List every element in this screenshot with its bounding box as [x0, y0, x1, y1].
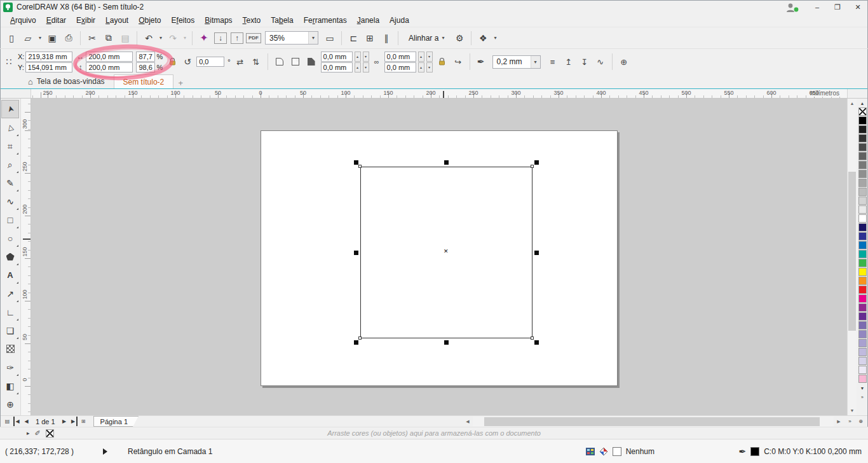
corner-node-se[interactable]: [531, 336, 534, 340]
spin-up-button[interactable]: ▴: [355, 62, 361, 73]
redo-button-dropdown[interactable]: ▾: [182, 35, 188, 41]
connector-tool[interactable]: ∟: [1, 303, 19, 321]
save-button[interactable]: ▣: [44, 31, 60, 46]
add-page-button[interactable]: ⊞: [79, 417, 88, 426]
undo-button-dropdown[interactable]: ▾: [158, 35, 164, 41]
show-rulers-button[interactable]: ⊏: [346, 31, 361, 46]
tab-document[interactable]: Sem título-2: [114, 74, 174, 88]
palette-swatch[interactable]: [858, 143, 867, 151]
chamfered-corner-button[interactable]: [305, 55, 318, 68]
menu-tabela[interactable]: Tabela: [266, 15, 298, 26]
undo-button[interactable]: ↶: [141, 31, 156, 46]
palette-swatch[interactable]: [858, 277, 867, 285]
menu-objeto[interactable]: Objeto: [133, 15, 166, 26]
document-palette-flyout[interactable]: ▸: [27, 430, 30, 436]
vertical-ruler[interactable]: 300250200150100500: [21, 99, 31, 415]
menu-layout[interactable]: Layout: [100, 15, 133, 26]
last-page-button[interactable]: ▶: [71, 417, 78, 426]
lock-ratio-button[interactable]: [166, 55, 179, 68]
palette-swatch[interactable]: [858, 134, 867, 142]
artistic-media-tool[interactable]: ∿: [1, 192, 19, 211]
palette-swatch[interactable]: [858, 223, 867, 232]
palette-swatch[interactable]: [858, 303, 867, 312]
drop-shadow-tool[interactable]: ❏: [1, 321, 19, 340]
horizontal-scrollbar[interactable]: ◀ ▶: [463, 417, 844, 427]
corner-node-nw[interactable]: [358, 165, 362, 168]
spin-down-button[interactable]: ▾: [363, 62, 369, 73]
tab-welcome[interactable]: ⌂ Tela de boas-vindas: [19, 74, 114, 88]
ruler-origin-corner[interactable]: [0, 89, 31, 98]
fullscreen-preview-button[interactable]: ▭: [322, 31, 337, 46]
application-launcher-button[interactable]: ❖: [475, 31, 491, 46]
zoom-level-combo[interactable]: 35%▾: [265, 31, 318, 45]
rotation-angle-field[interactable]: 0,0: [196, 57, 224, 67]
selection-handle-se[interactable]: [534, 340, 539, 345]
mirror-horizontal-button[interactable]: ⇄: [234, 55, 247, 68]
spin-up-button[interactable]: ▴: [418, 62, 424, 73]
object-width-field[interactable]: 200,0 mm: [86, 52, 133, 62]
show-grid-button[interactable]: ⊞: [362, 31, 377, 46]
print-button[interactable]: ⎙: [61, 31, 76, 46]
horizontal-ruler[interactable]: milímetros 25020015010050050100150200250…: [31, 89, 847, 98]
menu-ferramentas[interactable]: Ferramentas: [299, 15, 352, 26]
selection-handle-ne[interactable]: [534, 160, 539, 165]
to-back-button[interactable]: ↧: [578, 55, 591, 68]
transparency-tool[interactable]: [1, 340, 19, 358]
outline-width-combo[interactable]: 0,2 mm ▾: [492, 55, 541, 69]
snap-to-dropdown-arrow-icon[interactable]: ▾: [442, 35, 444, 41]
menu-janela[interactable]: Janela: [352, 15, 384, 26]
eyedropper-icon[interactable]: ✐: [35, 429, 41, 438]
first-page-button[interactable]: ◀: [13, 417, 20, 426]
page-list-button[interactable]: ▤: [3, 417, 12, 426]
snap-to-dropdown[interactable]: Alinhar a▾: [405, 31, 448, 45]
palette-swatch[interactable]: [858, 294, 867, 303]
link-corners-button[interactable]: ∞: [372, 55, 381, 68]
object-height-field[interactable]: 200,0 mm: [86, 62, 133, 73]
corner-radius-top-left-field[interactable]: 0,0 mm: [321, 52, 353, 62]
palette-swatch[interactable]: [858, 330, 867, 338]
palette-swatch[interactable]: [858, 375, 867, 383]
menu-texto[interactable]: Texto: [238, 15, 266, 26]
palette-expand-button[interactable]: »: [857, 392, 868, 401]
spin-up-button[interactable]: ▴: [418, 52, 424, 62]
palette-swatch[interactable]: [858, 152, 867, 160]
selection-handle-n[interactable]: [444, 160, 449, 165]
horizontal-scroll-track[interactable]: [473, 417, 834, 427]
mirror-vertical-button[interactable]: ⇅: [250, 55, 262, 68]
scroll-up-button[interactable]: ▲: [848, 99, 857, 108]
palette-swatch[interactable]: [858, 312, 867, 321]
minimize-button[interactable]: –: [807, 0, 827, 14]
options-button[interactable]: ⚙: [452, 31, 467, 46]
vertical-scrollbar[interactable]: ▲ ▼: [847, 99, 857, 415]
zoom-level-combo-arrow-icon[interactable]: ▾: [308, 32, 318, 44]
palette-scroll-up-button[interactable]: ▲: [857, 99, 868, 107]
new-tab-button[interactable]: +: [175, 77, 186, 88]
palette-swatch[interactable]: [858, 188, 867, 196]
palette-swatch[interactable]: [858, 161, 867, 169]
palette-swatch[interactable]: [858, 366, 867, 374]
open-document-button[interactable]: ▱: [20, 31, 36, 46]
palette-swatch[interactable]: [858, 116, 867, 125]
selection-center-marker[interactable]: ✕: [444, 249, 449, 254]
add-tools-button[interactable]: ⊕: [1, 395, 19, 413]
page-tab[interactable]: Página 1: [93, 416, 139, 427]
interactive-fill-tool[interactable]: ◧: [1, 377, 19, 395]
wrap-text-button[interactable]: ≡: [546, 55, 559, 68]
publish-pdf-button[interactable]: PDF: [246, 33, 261, 43]
menu-efeitos[interactable]: Efeitos: [166, 15, 200, 26]
palette-swatch[interactable]: [858, 241, 867, 249]
palette-swatch[interactable]: [858, 197, 867, 205]
scale-width-field[interactable]: 87,7: [136, 52, 155, 62]
corner-radius-bottom-right-field[interactable]: 0,0 mm: [384, 62, 416, 73]
convert-to-curves-button[interactable]: ∿: [594, 55, 607, 68]
selection-handle-sw[interactable]: [354, 340, 358, 345]
freehand-tool[interactable]: ✎: [1, 174, 19, 192]
palette-swatch[interactable]: [858, 170, 867, 178]
y-position-field[interactable]: 154,091 mm: [25, 62, 72, 73]
to-front-button[interactable]: ↥: [562, 55, 575, 68]
color-eyedropper-tool[interactable]: ✑: [1, 358, 19, 377]
palette-swatch[interactable]: [858, 259, 867, 267]
canvas[interactable]: ✕: [31, 99, 847, 415]
show-guidelines-button[interactable]: ∥: [379, 31, 394, 46]
customize-add-button[interactable]: ⊕: [618, 55, 630, 68]
